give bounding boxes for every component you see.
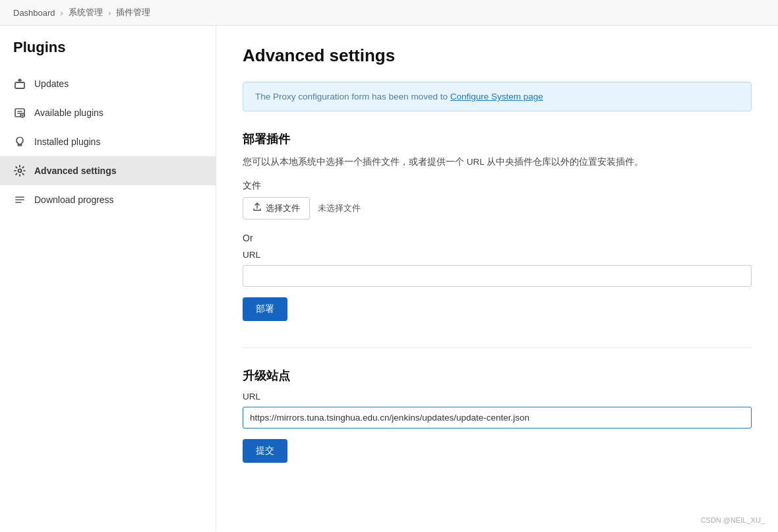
footer-watermark: CSDN @NEIL_XU_ — [701, 516, 765, 524]
upload-icon — [253, 202, 262, 214]
info-banner: The Proxy configuration form has been mo… — [243, 82, 752, 111]
advanced-settings-icon — [13, 164, 26, 177]
deploy-section-desc: 您可以从本地系统中选择一个插件文件，或者提供一个 URL 从中央插件仓库以外的位… — [243, 155, 752, 169]
deploy-section-title: 部署插件 — [243, 131, 752, 147]
breadcrumb: Dashboard › 系统管理 › 插件管理 — [0, 0, 778, 26]
choose-file-button[interactable]: 选择文件 — [243, 197, 310, 220]
deploy-section: 部署插件 您可以从本地系统中选择一个插件文件，或者提供一个 URL 从中央插件仓… — [243, 131, 752, 321]
submit-button[interactable]: 提交 — [243, 439, 287, 463]
svg-rect-0 — [15, 82, 24, 88]
page-title: Advanced settings — [243, 45, 752, 66]
sidebar-title: Plugins — [0, 39, 216, 69]
installed-plugins-icon — [13, 135, 26, 148]
download-progress-icon — [13, 193, 26, 206]
updates-icon — [13, 77, 26, 90]
deploy-button[interactable]: 部署 — [243, 297, 287, 321]
upgrade-section-title: 升级站点 — [243, 368, 752, 384]
main-content: Advanced settings The Proxy configuratio… — [216, 26, 778, 531]
file-row: 选择文件 未选择文件 — [243, 197, 752, 220]
sidebar-item-available-plugins[interactable]: Available plugins — [0, 98, 216, 127]
available-plugins-icon — [13, 106, 26, 119]
file-no-selected: 未选择文件 — [318, 202, 361, 214]
choose-file-label: 选择文件 — [266, 202, 300, 214]
sidebar-item-advanced-settings-label: Advanced settings — [34, 165, 116, 176]
sidebar-item-installed-plugins-label: Installed plugins — [34, 136, 100, 147]
breadcrumb-system[interactable]: 系统管理 — [69, 7, 103, 18]
breadcrumb-dashboard[interactable]: Dashboard — [13, 8, 55, 18]
configure-system-link[interactable]: Configure System page — [450, 92, 543, 102]
breadcrumb-sep-1: › — [61, 8, 63, 18]
layout: Plugins Updates Available plugi — [0, 26, 778, 531]
breadcrumb-plugin[interactable]: 插件管理 — [116, 7, 150, 18]
url-label-deploy: URL — [243, 250, 752, 260]
sidebar: Plugins Updates Available plugi — [0, 26, 216, 531]
url-label-upgrade: URL — [243, 392, 752, 401]
section-divider — [243, 347, 752, 348]
svg-point-3 — [18, 169, 22, 173]
file-label: 文件 — [243, 180, 752, 192]
upgrade-section: 升级站点 URL 提交 — [243, 368, 752, 463]
sidebar-item-updates[interactable]: Updates — [0, 69, 216, 98]
or-label: Or — [243, 233, 752, 243]
sidebar-item-installed-plugins[interactable]: Installed plugins — [0, 127, 216, 156]
breadcrumb-sep-2: › — [108, 8, 111, 18]
sidebar-item-updates-label: Updates — [34, 78, 69, 89]
url-input-upgrade[interactable] — [243, 407, 752, 429]
info-banner-text: The Proxy configuration form has been mo… — [255, 92, 450, 102]
sidebar-item-download-progress-label: Download progress — [34, 194, 114, 205]
sidebar-item-advanced-settings[interactable]: Advanced settings — [0, 156, 216, 185]
sidebar-item-download-progress[interactable]: Download progress — [0, 185, 216, 214]
sidebar-item-available-plugins-label: Available plugins — [34, 107, 104, 118]
url-input-deploy[interactable] — [243, 265, 752, 287]
